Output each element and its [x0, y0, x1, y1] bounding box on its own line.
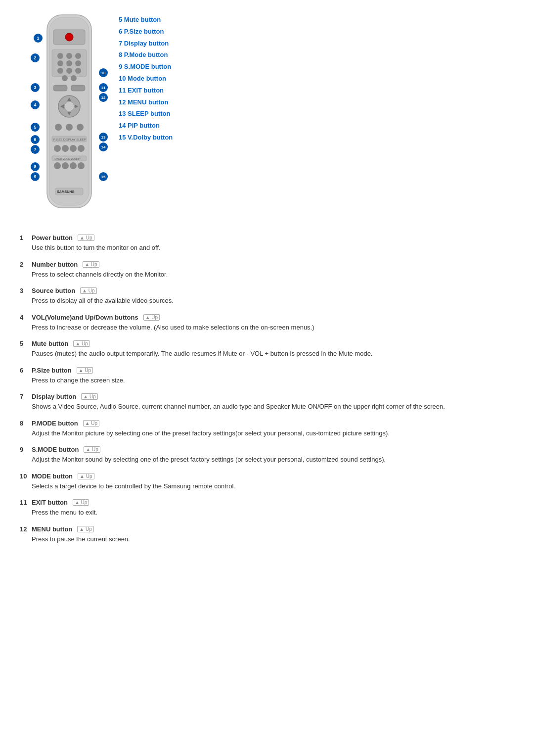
svg-rect-15	[53, 85, 67, 91]
legend: 5 Mute button6 P.Size button7 Display bu…	[119, 10, 173, 143]
badge-4: 4	[31, 100, 40, 109]
desc-item-12: 12 MENU button ▲ UpPress to pause the cu…	[20, 525, 514, 544]
top-section: P.SIZE DISPLAY SLEEP TUNER MODE VDOLBY S…	[20, 10, 514, 219]
desc-body-1: Use this button to turn the monitor on a…	[20, 243, 514, 253]
desc-title-12: 12 MENU button ▲ Up	[20, 525, 514, 533]
svg-point-10	[57, 68, 63, 74]
badge-15: 15	[99, 172, 108, 181]
desc-body-12: Press to pause the current screen.	[20, 534, 514, 544]
desc-item-3: 3 Source button ▲ UpPress to display all…	[20, 287, 514, 306]
svg-point-12	[75, 68, 81, 74]
svg-rect-16	[71, 85, 85, 91]
desc-body-2: Press to select channels directly on the…	[20, 270, 514, 280]
desc-title-2: 2 Number button ▲ Up	[20, 261, 514, 268]
svg-point-29	[62, 145, 69, 152]
up-arrow-4: ▲ Up	[143, 314, 160, 321]
desc-body-5: Pauses (mutes) the audio output temporar…	[20, 349, 514, 359]
desc-title-1: 1 Power button ▲ Up	[20, 234, 514, 241]
desc-item-1: 1 Power button ▲ UpUse this button to tu…	[20, 234, 514, 253]
desc-item-8: 8 P.MODE button ▲ UpAdjust the Monitor p…	[20, 420, 514, 438]
legend-item-15: 15 V.Dolby button	[119, 133, 173, 143]
legend-item-8: 8 P.Mode button	[119, 50, 173, 60]
up-arrow-2: ▲ Up	[83, 261, 99, 268]
desc-title-3: 3 Source button ▲ Up	[20, 287, 514, 294]
up-arrow-11: ▲ Up	[73, 499, 89, 506]
svg-point-28	[54, 145, 61, 152]
legend-item-9: 9 S.MODE button	[119, 62, 173, 72]
up-arrow-10: ▲ Up	[78, 473, 94, 479]
svg-point-7	[57, 60, 63, 66]
svg-point-30	[70, 145, 77, 152]
desc-title-9: 9 S.MODE button ▲ Up	[20, 446, 514, 453]
desc-title-8: 8 P.MODE button ▲ Up	[20, 420, 514, 427]
desc-body-10: Selects a target device to be controlled…	[20, 481, 514, 491]
svg-point-24	[66, 124, 73, 131]
desc-body-7: Shows a Video Source, Audio Source, curr…	[20, 402, 514, 412]
badge-8: 8	[31, 162, 40, 171]
up-arrow-5: ▲ Up	[73, 340, 89, 347]
svg-point-25	[77, 124, 84, 131]
desc-title-4: 4 VOL(Volume)and Up/Down buttons ▲ Up	[20, 314, 514, 321]
up-arrow-3: ▲ Up	[80, 287, 96, 294]
svg-point-13	[62, 75, 68, 81]
svg-point-31	[78, 145, 85, 152]
badge-3: 3	[31, 83, 40, 92]
desc-body-4: Press to increase or decrease the volume…	[20, 323, 514, 332]
svg-point-34	[54, 162, 61, 169]
descriptions: 1 Power button ▲ UpUse this button to tu…	[20, 234, 514, 544]
badge-1: 1	[34, 34, 43, 43]
svg-point-8	[66, 60, 72, 66]
svg-text:SAMSUNG: SAMSUNG	[57, 190, 75, 193]
badge-9: 9	[31, 172, 40, 181]
desc-item-2: 2 Number button ▲ UpPress to select chan…	[20, 261, 514, 280]
desc-item-6: 6 P.Size button ▲ UpPress to change the …	[20, 367, 514, 385]
legend-item-13: 13 SLEEP button	[119, 109, 173, 119]
badge-14: 14	[99, 142, 108, 151]
legend-item-5: 5 Mute button	[119, 15, 173, 25]
desc-item-9: 9 S.MODE button ▲ UpAdjust the Monitor s…	[20, 446, 514, 465]
desc-body-3: Press to display all of the available vi…	[20, 296, 514, 306]
desc-body-8: Adjust the Monitor picture by selecting …	[20, 428, 514, 438]
desc-title-11: 11 EXIT button ▲ Up	[20, 499, 514, 506]
legend-item-11: 11 EXIT button	[119, 86, 173, 96]
svg-text:P.SIZE  DISPLAY  SLEEP: P.SIZE DISPLAY SLEEP	[53, 138, 86, 141]
badge-12: 12	[99, 93, 108, 102]
svg-point-37	[78, 162, 85, 169]
legend-item-7: 7 Display button	[119, 39, 173, 49]
svg-point-40	[65, 33, 73, 41]
legend-item-12: 12 MENU button	[119, 97, 173, 108]
remote-illustration: P.SIZE DISPLAY SLEEP TUNER MODE VDOLBY S…	[20, 10, 119, 219]
svg-point-5	[66, 53, 72, 59]
svg-point-35	[62, 162, 69, 169]
legend-item-6: 6 P.Size button	[119, 27, 173, 37]
svg-point-36	[70, 162, 77, 169]
svg-point-14	[71, 75, 77, 81]
up-arrow-1: ▲ Up	[78, 235, 94, 241]
badge-13: 13	[99, 133, 108, 142]
badge-11: 11	[99, 83, 108, 92]
desc-body-6: Press to change the screen size.	[20, 376, 514, 385]
desc-item-4: 4 VOL(Volume)and Up/Down buttons ▲ UpPre…	[20, 314, 514, 332]
svg-point-23	[55, 124, 62, 131]
desc-item-11: 11 EXIT button ▲ UpPress the menu to exi…	[20, 499, 514, 518]
legend-item-14: 14 PIP button	[119, 121, 173, 131]
desc-item-7: 7 Display button ▲ UpShows a Video Sourc…	[20, 393, 514, 412]
legend-item-10: 10 Mode button	[119, 74, 173, 84]
desc-title-10: 10 MODE button ▲ Up	[20, 472, 514, 480]
desc-title-6: 6 P.Size button ▲ Up	[20, 367, 514, 374]
badge-7: 7	[31, 145, 40, 154]
desc-body-9: Adjust the Monitor sound by selecting on…	[20, 455, 514, 465]
badge-5: 5	[31, 123, 40, 132]
svg-point-4	[57, 53, 63, 59]
badge-6: 6	[31, 135, 40, 144]
up-arrow-6: ▲ Up	[77, 367, 93, 374]
desc-title-5: 5 Mute button ▲ Up	[20, 340, 514, 347]
up-arrow-7: ▲ Up	[81, 393, 97, 400]
svg-point-9	[75, 60, 81, 66]
svg-text:TUNER  MODE  VDOLBY: TUNER MODE VDOLBY	[53, 157, 81, 160]
desc-title-7: 7 Display button ▲ Up	[20, 393, 514, 400]
svg-point-18	[64, 101, 74, 111]
badge-10: 10	[99, 68, 108, 77]
up-arrow-12: ▲ Up	[77, 526, 93, 532]
desc-item-10: 10 MODE button ▲ UpSelects a target devi…	[20, 472, 514, 491]
